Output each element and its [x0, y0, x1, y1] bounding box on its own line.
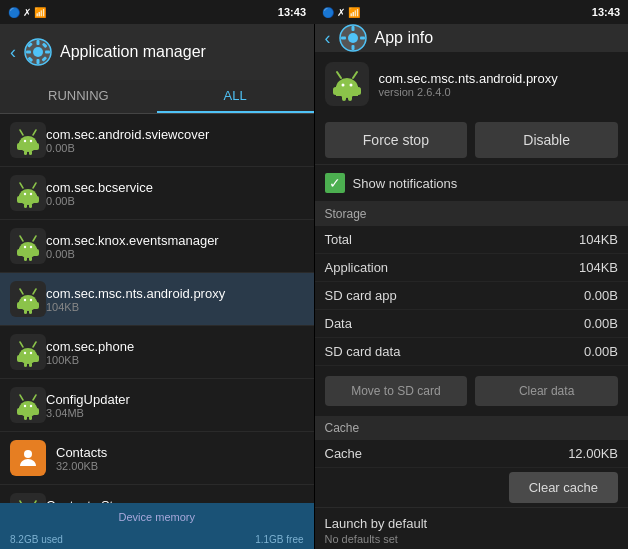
app-version: version 2.6.4.0 [379, 86, 558, 98]
android-icon [10, 387, 46, 423]
app-size: 100KB [46, 354, 304, 366]
list-item[interactable]: Contacts 32.00KB [0, 432, 314, 485]
svg-point-28 [24, 193, 26, 195]
force-stop-button[interactable]: Force stop [325, 122, 468, 158]
list-item[interactable]: com.sec.phone 100KB [0, 326, 314, 379]
clear-cache-button[interactable]: Clear cache [509, 472, 618, 503]
svg-rect-69 [35, 408, 39, 415]
svg-rect-25 [35, 196, 39, 203]
action-buttons-row: Force stop Disable [315, 116, 629, 164]
svg-rect-90 [351, 26, 354, 31]
svg-rect-23 [19, 195, 37, 203]
svg-rect-4 [26, 51, 31, 54]
svg-rect-45 [19, 301, 37, 309]
svg-point-76 [24, 450, 32, 458]
svg-rect-38 [29, 256, 32, 261]
android-icon [10, 122, 46, 158]
svg-point-61 [24, 352, 26, 354]
app-name: com.sec.knox.eventsmanager [46, 233, 304, 248]
svg-point-72 [24, 405, 26, 407]
svg-point-51 [30, 299, 32, 301]
bottom-bar: Device memory [0, 503, 314, 531]
app-size: 3.04MB [46, 407, 304, 419]
storage-free: 1.1GB free [255, 534, 303, 545]
svg-point-18 [30, 140, 32, 142]
svg-rect-48 [24, 309, 27, 314]
svg-rect-47 [35, 302, 39, 309]
storage-section-header: Storage [315, 202, 629, 226]
clear-data-button[interactable]: Clear data [475, 376, 618, 406]
list-item[interactable]: com.sec.android.sviewcover 0.00B [0, 114, 314, 167]
svg-rect-24 [17, 196, 21, 203]
svg-point-62 [30, 352, 32, 354]
left-header: ‹ Application manager [0, 24, 314, 80]
launch-label: Launch by default [325, 516, 619, 531]
svg-rect-99 [342, 95, 346, 101]
svg-rect-26 [24, 203, 27, 208]
android-icon [10, 175, 46, 211]
left-status-time: 13:43 [278, 6, 306, 18]
app-size: 0.00B [46, 195, 304, 207]
disable-button[interactable]: Disable [475, 122, 618, 158]
svg-rect-5 [45, 51, 50, 54]
svg-rect-15 [24, 150, 27, 155]
svg-rect-57 [17, 355, 21, 362]
svg-point-17 [24, 140, 26, 142]
svg-rect-34 [19, 248, 37, 256]
storage-total-row: Total 104KB [315, 226, 629, 254]
svg-rect-27 [29, 203, 32, 208]
svg-rect-77 [10, 493, 46, 503]
list-item[interactable]: com.sec.knox.eventsmanager 0.00B [0, 220, 314, 273]
notifications-checkbox[interactable]: ✓ [325, 173, 345, 193]
list-item[interactable]: Contacts Storage 27.98MB [0, 485, 314, 503]
svg-rect-92 [341, 37, 346, 40]
svg-rect-70 [24, 415, 27, 420]
cache-row: Cache 12.00KB [315, 440, 629, 468]
right-panel-title: App info [375, 29, 434, 47]
svg-rect-93 [360, 37, 365, 40]
svg-rect-16 [29, 150, 32, 155]
settings-gear-icon-right [339, 24, 367, 52]
svg-rect-12 [19, 142, 37, 150]
storage-data-row: Data 0.00B [315, 310, 629, 338]
app-name: com.sec.phone [46, 339, 304, 354]
list-item[interactable]: com.sec.msc.nts.android.proxy 104KB [0, 273, 314, 326]
storage-sdcard-app-row: SD card app 0.00B [315, 282, 629, 310]
svg-point-40 [30, 246, 32, 248]
storage-action-buttons: Move to SD card Clear data [315, 370, 629, 412]
svg-rect-14 [35, 143, 39, 150]
svg-rect-58 [35, 355, 39, 362]
contacts-icon [10, 440, 46, 476]
svg-rect-68 [17, 408, 21, 415]
right-status-icons: 🔵 ✗ 📶 [322, 7, 360, 18]
svg-point-101 [341, 84, 344, 87]
list-item[interactable]: ConfigUpdater 3.04MB [0, 379, 314, 432]
list-item[interactable]: com.sec.bcservice 0.00B [0, 167, 314, 220]
app-name: Contacts [56, 445, 304, 460]
app-package-name: com.sec.msc.nts.android.proxy [379, 71, 558, 86]
device-memory-label: Device memory [10, 511, 304, 523]
svg-rect-2 [37, 40, 40, 45]
tab-running[interactable]: RUNNING [0, 80, 157, 113]
left-back-button[interactable]: ‹ [10, 42, 16, 63]
svg-rect-100 [348, 95, 352, 101]
tab-all[interactable]: ALL [157, 80, 314, 113]
app-list: com.sec.android.sviewcover 0.00B com.sec… [0, 114, 314, 503]
move-to-sd-button[interactable]: Move to SD card [325, 376, 468, 406]
svg-point-73 [30, 405, 32, 407]
svg-rect-35 [17, 249, 21, 256]
svg-rect-49 [29, 309, 32, 314]
left-status-icons: 🔵 ✗ 📶 [8, 7, 46, 18]
storage-used: 8.2GB used [10, 534, 255, 545]
svg-rect-97 [333, 87, 338, 95]
app-size: 32.00KB [56, 460, 304, 472]
storage-application-row: Application 104KB [315, 254, 629, 282]
svg-point-29 [30, 193, 32, 195]
svg-rect-60 [29, 362, 32, 367]
show-notifications-row[interactable]: ✓ Show notifications [315, 164, 629, 202]
svg-point-89 [348, 33, 358, 43]
right-back-button[interactable]: ‹ [325, 28, 331, 49]
svg-point-39 [24, 246, 26, 248]
launch-sub: No defaults set [325, 533, 619, 545]
cache-section-header: Cache [315, 416, 629, 440]
